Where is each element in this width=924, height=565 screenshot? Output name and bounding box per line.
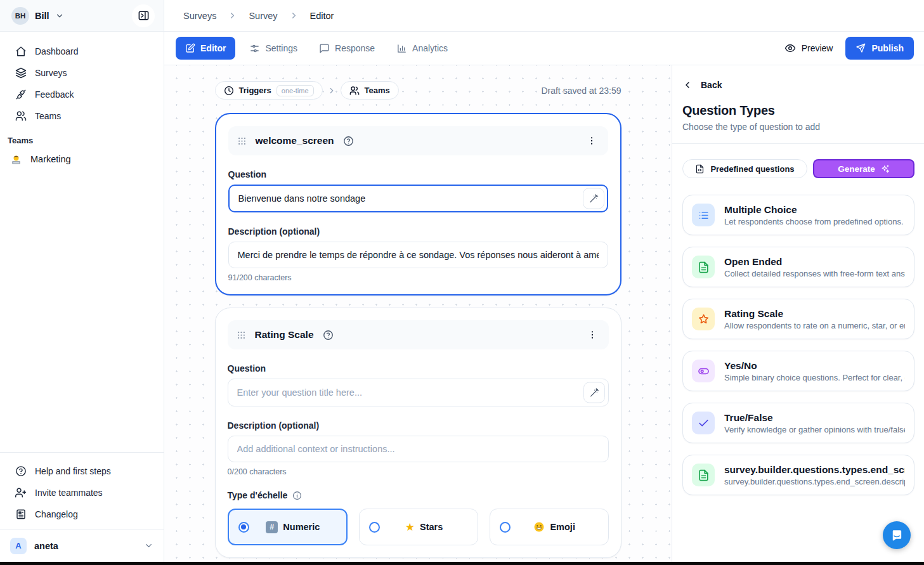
option-label: Stars	[420, 522, 443, 532]
option-label: Numeric	[283, 522, 320, 532]
magic-wand-button[interactable]	[583, 188, 604, 209]
type-card-open-ended[interactable]: Open Ended Collect detailed responses wi…	[682, 247, 914, 287]
sidebar-item-label: Surveys	[35, 68, 67, 78]
sidebar-item-label: Help and first steps	[35, 466, 111, 476]
chat-launcher-button[interactable]	[883, 521, 911, 549]
question-title-input[interactable]	[228, 379, 609, 406]
back-button[interactable]: Back	[682, 80, 914, 90]
breadcrumb-editor[interactable]: Editor	[310, 11, 334, 21]
draft-status: Draft saved at 23:59	[541, 86, 621, 96]
info-icon[interactable]	[292, 491, 302, 500]
description-input[interactable]	[228, 242, 608, 268]
type-card-end-screen[interactable]: survey.builder.questions.types.end_scr..…	[682, 455, 914, 495]
scale-option-emoji[interactable]: Emoji	[490, 509, 609, 545]
question-label: Question	[228, 169, 608, 179]
back-label: Back	[701, 80, 722, 90]
avatar: BH	[11, 7, 29, 25]
send-icon	[856, 43, 866, 53]
scale-type-options: # Numeric ★ Stars	[228, 509, 609, 545]
type-title: survey.builder.questions.types.end_scr..…	[724, 464, 905, 476]
bar-chart-icon	[396, 43, 407, 54]
type-card-multiple-choice[interactable]: Multiple Choice Let respondents choose f…	[682, 195, 914, 235]
sidebar-toggle-button[interactable]	[132, 4, 155, 27]
file-code-icon	[695, 164, 705, 174]
scale-option-stars[interactable]: ★ Stars	[359, 509, 478, 545]
chevron-right-icon	[289, 11, 299, 20]
workspace-switcher[interactable]: BH Bill	[0, 0, 164, 32]
question-card-title: welcome_screen	[256, 135, 334, 146]
option-label: Emoji	[550, 522, 575, 532]
breadcrumb: Surveys Survey Editor	[164, 0, 924, 32]
sidebar: BH Bill Dashboard Surveys	[0, 0, 164, 562]
type-card-rating-scale[interactable]: Rating Scale Allow respondents to rate o…	[682, 299, 914, 339]
radio-unselected[interactable]	[500, 522, 511, 533]
canvas-toolbar: Triggers one-time Teams Draft saved at 2…	[215, 81, 621, 100]
layers-icon	[15, 67, 27, 79]
radio-unselected[interactable]	[369, 522, 380, 533]
radio-selected[interactable]	[238, 522, 249, 533]
help-circle-icon[interactable]	[343, 136, 354, 146]
star-emoji-icon: ★	[405, 522, 415, 533]
technologist-emoji-icon	[10, 153, 22, 166]
drag-handle-icon[interactable]	[237, 330, 246, 340]
tab-response[interactable]: Response	[311, 37, 382, 60]
tab-analytics[interactable]: Analytics	[389, 37, 455, 60]
breadcrumb-survey[interactable]: Survey	[249, 11, 277, 21]
type-title: Open Ended	[724, 256, 905, 268]
sparkles-icon	[880, 164, 890, 174]
generate-button[interactable]: Generate	[813, 159, 914, 178]
sidebar-item-help[interactable]: Help and first steps	[8, 460, 156, 482]
type-description: Verify knowledge or gather opinions with…	[724, 425, 905, 434]
panel-title: Question Types	[682, 103, 914, 118]
teams-section-header: Teams	[0, 127, 164, 148]
type-title: Yes/No	[724, 360, 905, 372]
tab-editor[interactable]: Editor	[176, 37, 235, 60]
sidebar-team-marketing[interactable]: Marketing	[0, 148, 164, 171]
preview-button[interactable]: Preview	[784, 42, 833, 54]
predefined-questions-button[interactable]: Predefined questions	[682, 159, 807, 178]
type-description: Simple binary choice questions. Perfect …	[724, 373, 905, 382]
question-types-panel: Back Question Types Choose the type of q…	[672, 65, 924, 562]
sidebar-item-surveys[interactable]: Surveys	[8, 62, 156, 84]
chevron-down-icon	[144, 541, 153, 550]
description-input[interactable]	[228, 436, 609, 462]
sidebar-item-invite[interactable]: Invite teammates	[8, 482, 156, 503]
chevron-right-icon	[327, 86, 336, 95]
sidebar-item-feedback[interactable]: Feedback	[8, 84, 156, 105]
type-card-yes-no[interactable]: Yes/No Simple binary choice questions. P…	[682, 351, 914, 391]
magic-wand-button[interactable]	[583, 382, 605, 403]
tab-label: Editor	[200, 43, 226, 53]
tab-settings[interactable]: Settings	[242, 37, 305, 60]
predefined-questions-label: Predefined questions	[710, 164, 794, 174]
triggers-chip[interactable]: Triggers one-time	[215, 81, 323, 100]
question-card-header: Rating Scale	[228, 320, 609, 349]
type-description: Allow respondents to rate on a numeric, …	[724, 321, 905, 330]
account-menu[interactable]: A aneta	[0, 529, 164, 562]
kebab-menu-icon[interactable]	[584, 133, 599, 148]
sidebar-item-dashboard[interactable]: Dashboard	[8, 41, 156, 62]
tab-label: Response	[335, 43, 375, 53]
help-circle-icon[interactable]	[323, 330, 334, 341]
teams-chip[interactable]: Teams	[341, 81, 399, 100]
publish-button[interactable]: Publish	[845, 37, 914, 60]
toggle-icon	[692, 360, 715, 382]
chevron-right-icon	[228, 11, 237, 20]
scale-option-numeric[interactable]: # Numeric	[228, 509, 348, 545]
question-card-rating-scale[interactable]: Rating Scale Question Description (opti	[215, 308, 621, 558]
sidebar-item-teams[interactable]: Teams	[8, 105, 156, 127]
description-label: Description (optional)	[228, 226, 608, 237]
breadcrumb-surveys[interactable]: Surveys	[183, 11, 216, 21]
triggers-label: Triggers	[239, 86, 271, 95]
type-description: survey.builder.questions.types.end_scree…	[724, 477, 905, 486]
kebab-menu-icon[interactable]	[585, 327, 600, 342]
type-card-true-false[interactable]: True/False Verify knowledge or gather op…	[682, 403, 914, 443]
chevron-down-icon	[55, 11, 64, 20]
question-title-input[interactable]	[228, 185, 608, 212]
sidebar-item-changelog[interactable]: Changelog	[8, 503, 156, 525]
editor-tab-bar: Editor Settings Response Analytics	[164, 32, 924, 65]
publish-label: Publish	[871, 43, 904, 53]
sidebar-item-label: Changelog	[35, 509, 78, 519]
drag-handle-icon[interactable]	[237, 136, 247, 146]
plug-icon	[15, 89, 27, 100]
question-card-welcome-screen[interactable]: welcome_screen Question Description (op	[215, 113, 621, 295]
